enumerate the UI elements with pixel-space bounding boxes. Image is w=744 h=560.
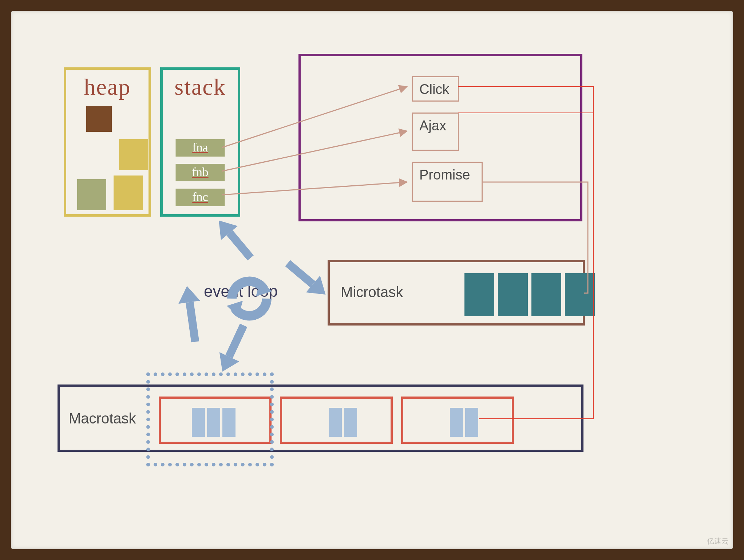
microtask-item bbox=[498, 273, 528, 316]
macrotask-box: Macrotask bbox=[58, 384, 583, 452]
diagram-canvas: heap stack fna fnb fnc Click Ajax Promis… bbox=[11, 11, 733, 549]
microtask-box: Microtask bbox=[328, 260, 585, 326]
macrotask-bar bbox=[344, 408, 357, 437]
stack-title: stack bbox=[163, 74, 238, 100]
heap-object-brown bbox=[86, 106, 112, 132]
api-ajax: Ajax bbox=[412, 113, 459, 151]
webapis-box: Click Ajax Promise bbox=[298, 54, 582, 221]
stack-box: stack fna fnb fnc bbox=[160, 67, 240, 217]
svg-rect-6 bbox=[225, 324, 247, 358]
macrotask-bar bbox=[329, 408, 342, 437]
heap-object-green bbox=[77, 179, 106, 210]
macrotask-label: Macrotask bbox=[69, 410, 136, 427]
eventloop-label: event loop bbox=[204, 282, 278, 300]
api-click: Click bbox=[412, 76, 459, 102]
stack-frame-fnc: fnc bbox=[176, 189, 225, 206]
svg-marker-9 bbox=[227, 301, 243, 317]
svg-rect-2 bbox=[285, 260, 315, 287]
microtask-label: Microtask bbox=[341, 284, 403, 300]
macrotask-group-2 bbox=[280, 397, 393, 444]
stack-frame-fna: fna bbox=[176, 139, 225, 157]
heap-object-yellow-2 bbox=[114, 176, 143, 210]
macrotask-bar bbox=[465, 408, 478, 437]
svg-marker-5 bbox=[176, 284, 200, 304]
svg-marker-1 bbox=[210, 213, 238, 240]
watermark: 亿速云 bbox=[707, 536, 729, 546]
heap-object-yellow-1 bbox=[119, 139, 148, 170]
stack-frame-fnb: fnb bbox=[176, 164, 225, 181]
microtask-item bbox=[565, 273, 595, 316]
microtask-item bbox=[531, 273, 561, 316]
macrotask-group-3 bbox=[401, 397, 514, 444]
microtask-item bbox=[464, 273, 494, 316]
api-promise: Promise bbox=[412, 162, 483, 202]
heap-title: heap bbox=[66, 74, 149, 100]
svg-rect-0 bbox=[226, 230, 254, 260]
macrotask-active-selector bbox=[146, 372, 274, 466]
svg-rect-4 bbox=[186, 301, 199, 342]
heap-box: heap bbox=[64, 67, 151, 217]
macrotask-bar bbox=[450, 408, 463, 437]
